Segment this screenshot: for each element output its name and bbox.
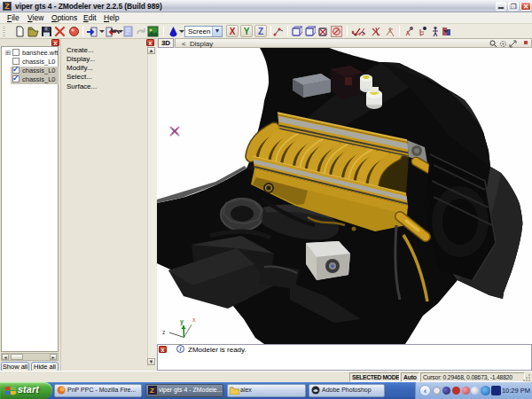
svg-text:Z: Z <box>150 387 154 395</box>
svg-text:y: y <box>180 318 184 325</box>
svg-text:z: z <box>162 329 166 335</box>
svg-text:x: x <box>192 317 196 323</box>
